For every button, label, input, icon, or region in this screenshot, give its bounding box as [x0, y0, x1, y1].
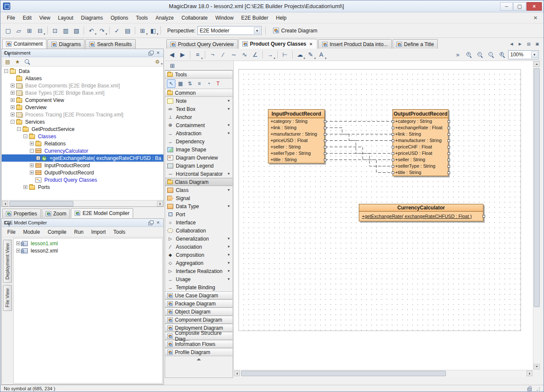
uml-class-outputproductrecord[interactable]: OutputProductRecord +category : String+e… [393, 109, 448, 176]
attribute-pin[interactable] [324, 152, 326, 155]
next-diagram-button[interactable]: ▶ [516, 40, 524, 47]
save-as-image-button[interactable]: ▧▾ [71, 26, 81, 35]
class-attribute[interactable]: +category : String [268, 118, 324, 125]
tree-item[interactable]: + Ports [2, 183, 163, 191]
chevron-down-icon[interactable]: ▼ [227, 237, 230, 241]
tree-item[interactable]: Aliases [2, 75, 163, 82]
palette-item[interactable]: Containment ▼ [165, 121, 233, 129]
tree-item[interactable]: + Component View [2, 96, 163, 104]
zoom-fit-button[interactable]: ▫ [486, 50, 496, 60]
tree-item[interactable]: + +getExchangeRate( exchangeRateCHFUSD :… [2, 154, 163, 162]
scroll-up-icon[interactable] [534, 61, 540, 67]
maximize-button[interactable]: ▢ [513, 2, 526, 11]
text-tool-button[interactable]: T [214, 79, 222, 88]
palette-item[interactable]: Text Box ▼ [165, 105, 233, 113]
scroll-left-icon[interactable] [234, 371, 240, 376]
palette-item[interactable]: Data Type ▼ [165, 202, 233, 210]
palette-section-common[interactable]: Common [165, 89, 233, 97]
attribute-pin[interactable] [448, 127, 450, 129]
note-cloud-button[interactable]: ☁▾ [295, 50, 305, 60]
attribute-pin[interactable] [392, 171, 394, 174]
palette-item[interactable]: Generalization ▼ [165, 235, 233, 243]
open-project-button[interactable]: ▱▾ [14, 26, 24, 35]
palette-item[interactable]: Association ▼ [165, 243, 233, 251]
tree-item[interactable]: - CurrencyCalculator [2, 147, 163, 154]
separator[interactable]: ▾ [109, 26, 110, 35]
palette-item[interactable]: Template Binding ▼ [165, 283, 233, 291]
scroll-right-icon[interactable] [527, 371, 532, 376]
class-attribute[interactable]: +manufacturer : String [268, 131, 324, 137]
tree-expander[interactable]: + [30, 142, 34, 145]
tree-horizontal-scrollbar[interactable] [2, 200, 163, 206]
tree-item[interactable]: + OutputProductRecord [2, 169, 163, 176]
compiler-tree-item[interactable]: + lesson2.xml [14, 247, 162, 254]
scroll-left-icon[interactable] [2, 201, 8, 206]
palette-item[interactable]: Composition ▼ [165, 251, 233, 259]
dependency-tools-button[interactable]: →▾ [265, 50, 275, 60]
tree-item[interactable]: - Data [2, 67, 163, 75]
palette-item[interactable]: Class ▼ [165, 186, 233, 194]
browser-tab[interactable]: Diagrams [47, 39, 84, 49]
redo-button[interactable]: ↷▾ [97, 26, 107, 35]
oblique-path-button[interactable]: ∕▾ [218, 50, 228, 60]
menu-item[interactable]: File [3, 13, 19, 23]
create-diagram-button[interactable]: Create Diagram [270, 26, 321, 35]
path-corner-button[interactable]: ∠▾ [250, 50, 260, 60]
compiler-menu-item[interactable]: Compile [44, 227, 70, 237]
pointer-tool-button[interactable]: ↖ [167, 79, 175, 88]
attribute-pin[interactable] [483, 215, 485, 218]
close-tab-icon[interactable] [308, 41, 314, 46]
palette-section-tools[interactable]: Tools [165, 70, 233, 78]
notifications-button[interactable]: ▤▾ [122, 26, 133, 35]
compiler-menu-item[interactable]: Tools [110, 227, 129, 237]
attribute-pin[interactable] [448, 171, 450, 174]
separator[interactable]: ▾ [205, 51, 205, 59]
attribute-pin[interactable] [324, 159, 326, 161]
palette-item[interactable]: Anchor ▼ [165, 113, 233, 121]
attribute-pin[interactable] [392, 165, 394, 168]
uml-class-currencycalculator[interactable]: CurrencyCalculator +getExchangeRate( exc… [359, 204, 483, 221]
class-attribute[interactable]: +seller : String [393, 157, 448, 163]
float-panel-icon[interactable] [147, 50, 154, 56]
canvas-vertical-scrollbar[interactable] [533, 61, 540, 370]
menu-item[interactable]: View [35, 13, 54, 23]
zoom-out-button[interactable]: − [475, 50, 485, 60]
class-attribute[interactable]: +priceCHF : Float [393, 144, 448, 150]
hide-menu-icon[interactable]: ✕ [530, 14, 541, 22]
tree-expander[interactable]: + [30, 171, 34, 174]
separator[interactable]: ▾ [47, 26, 48, 35]
chevron-down-icon[interactable]: ▼ [227, 245, 230, 249]
class-attribute[interactable]: +seller : String [268, 144, 324, 150]
attribute-pin[interactable] [392, 152, 394, 155]
attribute-pin[interactable] [392, 120, 394, 123]
tree-expander[interactable]: - [23, 134, 27, 138]
class-attribute[interactable]: +title : String [268, 157, 324, 163]
tree-expander[interactable]: + [16, 249, 20, 253]
palette-item[interactable]: Diagram Overview ▼ [165, 154, 233, 162]
attribute-pin[interactable] [448, 159, 450, 161]
chevron-down-icon[interactable]: ▼ [227, 204, 230, 208]
palette-item[interactable]: Diagram Legend ▼ [165, 162, 233, 170]
dependency-connector[interactable] [325, 128, 393, 134]
panel-tab[interactable]: E2E Model Compiler [71, 208, 133, 218]
tree-item[interactable]: Product Query Classes [2, 176, 163, 183]
attribute-pin[interactable] [448, 133, 450, 136]
menu-item[interactable]: Analyze [152, 13, 178, 23]
palette-item[interactable]: Usage ▼ [165, 275, 233, 283]
palette-item[interactable]: Abstraction ▼ [165, 129, 233, 137]
browser-tab[interactable]: Search Results [85, 39, 135, 49]
chevron-down-icon[interactable]: ▼ [227, 99, 230, 103]
class-attribute[interactable]: +title : String [393, 169, 448, 176]
tree-item[interactable]: + Base Components [E2E Bridge Base.xml] [2, 82, 163, 89]
chevron-down-icon[interactable]: ▼ [227, 107, 230, 111]
tree-item[interactable]: + Base Types [E2E Bridge Base.xml] [2, 89, 163, 96]
scrollbar-thumb[interactable] [9, 201, 73, 206]
chevron-down-icon[interactable]: ▼ [227, 269, 230, 273]
scroll-down-icon[interactable] [534, 364, 540, 369]
compiler-menu-item[interactable]: Run [70, 227, 87, 237]
scroll-right-icon[interactable] [157, 201, 163, 206]
tree-expander[interactable]: + [36, 156, 40, 160]
new-project-button[interactable]: ▢▾ [3, 26, 13, 35]
tree-item[interactable]: + InputProductRecord [2, 162, 163, 169]
attribute-pin[interactable] [392, 139, 394, 142]
